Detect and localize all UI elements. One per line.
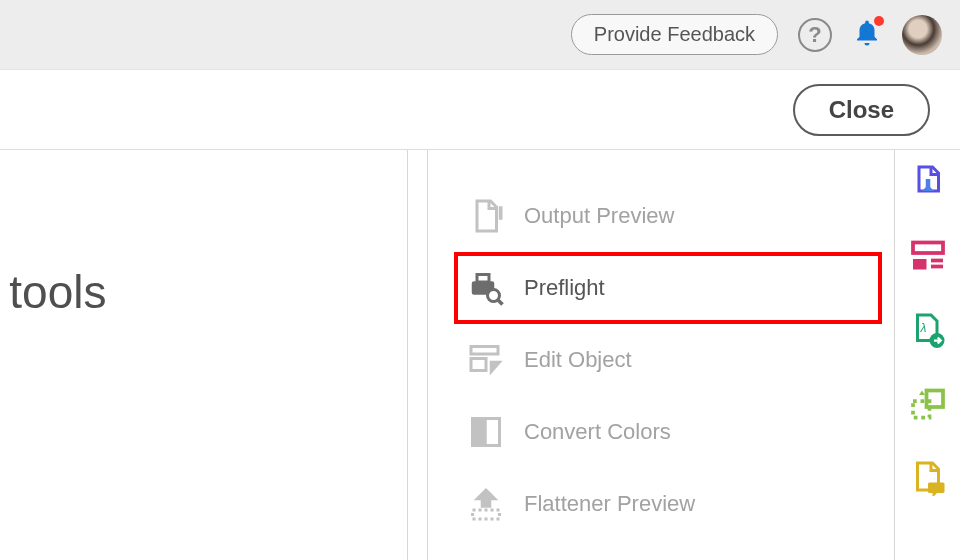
svg-rect-12 [913,259,927,270]
flattener-icon [468,486,504,522]
svg-rect-5 [471,347,498,355]
pdf-export-icon[interactable]: λ [910,312,946,348]
notification-badge [874,16,884,26]
right-icon-strip: λ [894,150,960,560]
printer-magnify-icon [468,270,504,306]
svg-text:λ: λ [919,321,926,335]
tool-preflight[interactable]: Preflight [454,252,882,324]
page-title: ore tools [0,265,106,319]
main-area: ore tools Output Preview Preflight [0,150,960,560]
close-button[interactable]: Close [793,84,930,136]
tool-list: Output Preview Preflight Edit Object [428,150,894,560]
layout-icon[interactable] [910,238,946,274]
tool-label: Flattener Preview [524,491,695,517]
svg-rect-2 [477,275,489,283]
tool-label: Preflight [524,275,605,301]
help-icon[interactable]: ? [798,18,832,52]
panel-divider [408,150,428,560]
pdf-download-icon[interactable] [910,164,946,200]
tool-label: Output Preview [524,203,674,229]
notifications-button[interactable] [852,18,882,52]
top-bar: Provide Feedback ? [0,0,960,70]
tool-convert-colors[interactable]: Convert Colors [454,396,882,468]
svg-rect-11 [913,243,943,254]
tool-output-preview[interactable]: Output Preview [454,180,882,252]
svg-rect-17 [926,391,943,408]
svg-rect-0 [500,207,502,219]
svg-rect-8 [473,419,487,446]
svg-rect-9 [473,510,500,519]
tool-bar: Close [0,70,960,150]
svg-rect-10 [925,179,930,188]
tool-label: Edit Object [524,347,632,373]
document-icon [468,198,504,234]
tool-flattener-preview[interactable]: Flattener Preview [454,468,882,540]
svg-line-4 [498,300,503,305]
recycle-icon[interactable] [910,386,946,422]
document-comment-icon[interactable] [910,460,946,496]
avatar[interactable] [902,15,942,55]
provide-feedback-button[interactable]: Provide Feedback [571,14,778,55]
svg-rect-19 [928,483,945,494]
edit-object-icon [468,342,504,378]
tool-edit-object[interactable]: Edit Object [454,324,882,396]
convert-colors-icon [468,414,504,450]
tool-label: Convert Colors [524,419,671,445]
left-pane: ore tools [0,150,408,560]
svg-point-3 [488,290,500,302]
svg-rect-6 [471,359,486,371]
